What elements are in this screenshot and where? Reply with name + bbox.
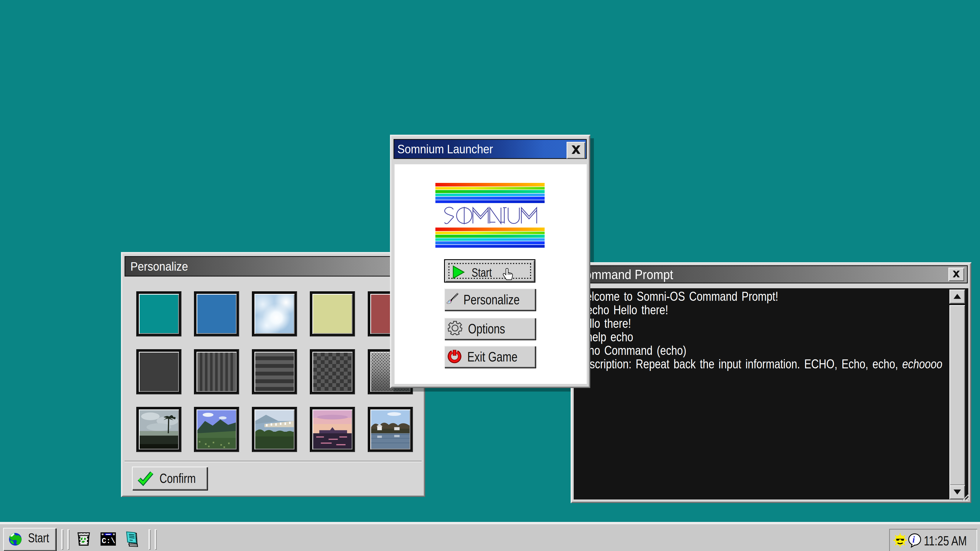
svg-text:i: i xyxy=(912,534,915,545)
svg-text:C:\: C:\ xyxy=(102,537,115,545)
